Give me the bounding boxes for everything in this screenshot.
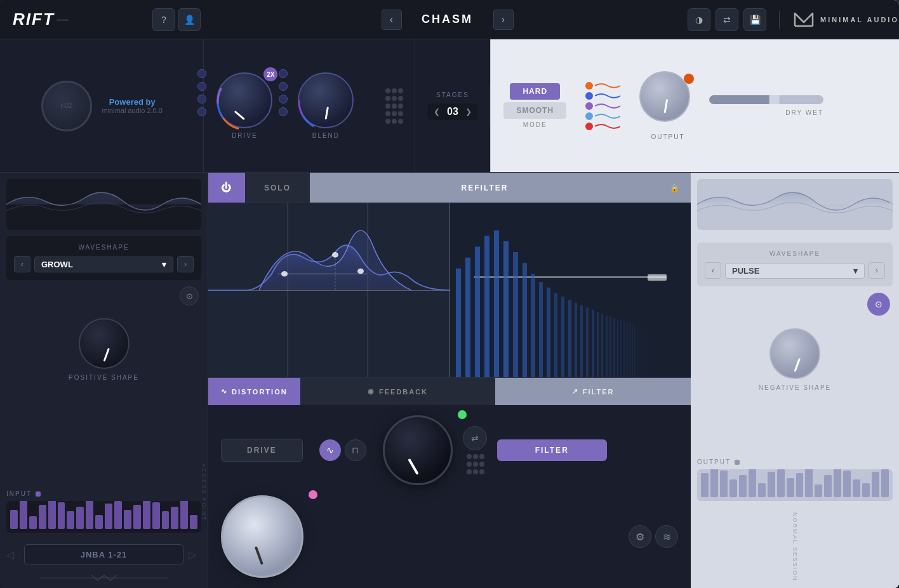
stages-prev-button[interactable]: ❮ xyxy=(434,107,440,116)
brand-name: MINIMAL AUDIO xyxy=(820,16,899,23)
svg-rect-31 xyxy=(606,315,608,377)
shuffle-preset-button[interactable]: ⇄ xyxy=(716,8,738,31)
right-level-bar xyxy=(834,469,841,497)
right-level-bar xyxy=(853,479,860,497)
power-tab[interactable]: ⏻ xyxy=(208,173,245,203)
right-waveshape-control: WAVESHAPE ‹ PULSE ▾ › xyxy=(697,243,893,286)
input-label: INPUT xyxy=(6,490,32,497)
waveform-button[interactable]: ≋ xyxy=(655,525,678,548)
left-waveform-display xyxy=(6,179,201,230)
large-drive-knob[interactable] xyxy=(383,415,453,485)
level-bar xyxy=(10,510,18,529)
svg-rect-27 xyxy=(586,307,589,377)
right-link-button[interactable]: ⊙ xyxy=(867,293,890,316)
shuffle-button[interactable]: ⇄ xyxy=(463,426,487,450)
waveshape-selector: ‹ GROWL ▾ › xyxy=(14,256,194,272)
filter-icon: ↗ xyxy=(572,387,579,396)
drywet-handle[interactable] xyxy=(769,95,780,104)
logo-area: RIFT — xyxy=(0,10,146,29)
green-indicator xyxy=(458,410,467,419)
settings-button[interactable]: ⚙ xyxy=(629,525,651,548)
svg-rect-20 xyxy=(539,282,543,377)
level-bar xyxy=(133,505,141,529)
right-level-bar xyxy=(843,471,851,497)
settings-icon: ⚙ xyxy=(636,531,644,543)
level-bar xyxy=(29,516,37,529)
left-sidebar: WAVESHAPE ‹ GROWL ▾ › ⊙ xyxy=(0,173,208,588)
waveshape-next-button[interactable]: › xyxy=(177,256,194,272)
feedback-tab[interactable]: ◉ FEEDBACK xyxy=(300,378,496,405)
svg-rect-25 xyxy=(575,303,577,377)
top-bar-right: ◑ ⇄ 💾 xyxy=(688,8,779,31)
moon-button[interactable]: ◑ xyxy=(688,8,710,31)
svg-rect-17 xyxy=(513,252,518,377)
refilter-tab[interactable]: REFILTER xyxy=(310,173,660,203)
next-preset-button[interactable]: › xyxy=(493,10,514,30)
save-button[interactable]: 💾 xyxy=(743,8,766,31)
negative-shape-knob[interactable] xyxy=(769,328,820,379)
filter-label: FILTER xyxy=(583,388,615,396)
smooth-mode-button[interactable]: SMOOTH xyxy=(503,102,566,119)
svg-rect-28 xyxy=(592,310,594,377)
stages-section: STAGES ❮ 03 ❯ xyxy=(415,85,490,126)
top-bar-controls: ? 👤 xyxy=(146,8,207,31)
positive-shape-knob-container: POSITIVE SHAPE xyxy=(6,312,201,381)
drive-knob[interactable] xyxy=(216,72,272,128)
hard-mode-button[interactable]: HARD xyxy=(510,83,560,100)
top-bar: RIFT — ? 👤 ‹ CHASM › ◑ ⇄ xyxy=(0,0,899,39)
svg-rect-14 xyxy=(484,236,489,377)
drive-knob-group: 2X xyxy=(216,72,272,139)
lock-tab[interactable]: 🔒 xyxy=(660,173,691,203)
svg-rect-42 xyxy=(639,326,639,377)
svg-point-1 xyxy=(218,74,274,130)
right-waveshape-value[interactable]: PULSE ▾ xyxy=(725,263,865,279)
user-button[interactable]: 👤 xyxy=(178,8,201,31)
drive-button[interactable]: DRIVE xyxy=(221,439,303,462)
output-knob[interactable] xyxy=(639,71,690,122)
level-bar xyxy=(48,501,56,529)
filter-knob-indicator xyxy=(255,546,263,565)
filter-tab[interactable]: ↗ FILTER xyxy=(495,378,691,405)
stages-next-button[interactable]: ❯ xyxy=(465,107,472,116)
svg-point-4 xyxy=(299,74,355,130)
bottom-right-icons: ⚙ ≋ xyxy=(629,525,678,548)
svg-rect-22 xyxy=(554,293,557,377)
prev-preset-button[interactable]: ‹ xyxy=(382,10,402,30)
svg-rect-38 xyxy=(629,323,630,377)
level-bar xyxy=(58,502,65,529)
svg-rect-45 xyxy=(644,328,645,377)
right-waveshape-prev-button[interactable]: ‹ xyxy=(705,262,721,279)
right-level-bar xyxy=(749,469,756,497)
help-button[interactable]: ? xyxy=(152,8,175,31)
right-level-bar xyxy=(758,483,766,497)
input-level-bars xyxy=(6,501,201,533)
level-bar xyxy=(171,507,178,529)
sine-mode-button[interactable]: ∿ xyxy=(319,439,341,461)
square-mode-button[interactable]: ⊓ xyxy=(345,439,366,461)
distortion-tab[interactable]: ∿ DISTORTION xyxy=(208,378,300,405)
positive-shape-knob[interactable] xyxy=(79,318,130,369)
level-bar xyxy=(152,502,160,529)
power-knob-label: r-02 xyxy=(61,102,72,109)
solo-label: SOLO xyxy=(264,184,291,192)
level-bar xyxy=(124,510,131,529)
right-waveshape-next-button[interactable]: › xyxy=(869,262,885,279)
solo-tab[interactable]: SOLO xyxy=(245,173,310,203)
preset-name: CHASM xyxy=(410,13,486,26)
power-knob[interactable]: r-02 xyxy=(41,81,92,131)
link-button[interactable]: ⊙ xyxy=(180,286,199,305)
svg-rect-29 xyxy=(597,312,599,377)
power-icon: ⏻ xyxy=(221,182,232,194)
info-panel: r-02 Powered by minimal audio 2.0.0 xyxy=(0,39,204,172)
filter-button[interactable]: FILTER xyxy=(497,439,607,461)
shuffle-icon: ⇄ xyxy=(471,433,479,443)
waveshape-prev-button[interactable]: ‹ xyxy=(14,256,30,272)
bottom-controls-area: DRIVE ∿ ⊓ xyxy=(208,405,691,588)
drywet-slider[interactable] xyxy=(709,95,823,104)
filter-knob[interactable] xyxy=(221,495,303,578)
blend-knob[interactable] xyxy=(298,72,354,128)
right-level-bar xyxy=(739,475,747,497)
info-text: Powered by minimal audio 2.0.0 xyxy=(102,97,163,114)
waveshape-value[interactable]: GROWL ▾ xyxy=(34,257,173,272)
right-level-bar xyxy=(796,473,804,497)
